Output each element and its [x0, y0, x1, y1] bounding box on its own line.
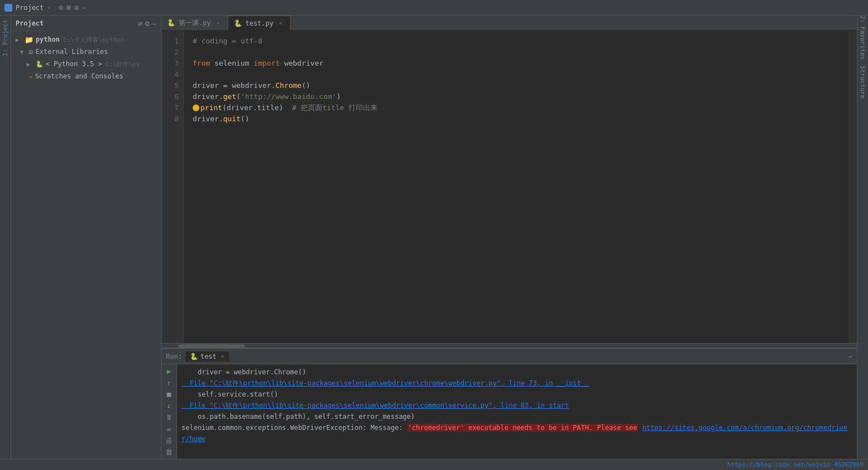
status-link[interactable]: https://blog.csdn.net/weixin_45262969 [727, 461, 864, 468]
title-bar: Project ▾ ⚙ ⊞ ⚙ — [0, 0, 868, 16]
app-icon [4, 4, 12, 12]
breakpoint-indicator [193, 105, 199, 111]
title-arrow[interactable]: ▾ [47, 4, 51, 12]
run-tab-close[interactable]: × [221, 353, 225, 360]
code-content[interactable]: # coding = utf-8 from selenium import we… [184, 31, 849, 343]
sidebar-tab-favorites[interactable]: 2: Favorites [857, 16, 869, 60]
run-down-button[interactable]: ↓ [164, 401, 175, 410]
python35-path: C:\软件\py [105, 60, 140, 68]
output-line-2[interactable]: File "C:\软件\prthon\lib\site-packages\sel… [182, 378, 852, 389]
line-numbers: 1 2 3 4 5 6 7 8 [161, 31, 184, 343]
line-num-4: 4 [161, 69, 183, 80]
project-label: Project [16, 4, 44, 12]
tab-bar: 🐍 第一课.py × 🐍 test.py × [161, 16, 857, 31]
run-wrap-button[interactable]: ⇌ [164, 424, 175, 434]
run-minimize-icon[interactable]: — [849, 353, 852, 360]
panel-controls: ⇄ ⚙ — [138, 19, 156, 27]
line-num-3: 3 [161, 58, 183, 69]
minimize-panel-icon[interactable]: — [152, 19, 156, 27]
library-icon: ⊞ [29, 48, 33, 56]
output-line-4[interactable]: File "C:\软件\prthon\lib\site-packages\sel… [182, 400, 852, 411]
run-tab-icon: 🐍 [190, 353, 198, 360]
run-panel-header: Run: 🐍 test × — [161, 349, 857, 364]
tab-label-2: test.py [246, 19, 274, 27]
run-output: driver = webdriver.Chrome() File "C:\软件\… [177, 364, 857, 459]
tree-item-ext-libs[interactable]: ▼ ⊞ External Libraries [11, 46, 161, 58]
status-bar: https://blog.csdn.net/weixin_45262969 [0, 459, 868, 470]
run-up-button[interactable]: ↑ [164, 378, 175, 388]
tab-py-icon-2: 🐍 [234, 19, 242, 27]
run-toolbar: ▶ ↑ ■ ↓ ⏸ ⇌ 🖨 🗑 [161, 364, 177, 459]
gear-icon-panel[interactable]: ⚙ [145, 19, 149, 27]
expand-arrow: ▶ [16, 37, 22, 43]
run-print-button[interactable]: 🖨 [164, 436, 175, 446]
line-num-2: 2 [161, 47, 183, 58]
vertical-left-tabs: 1: Project [0, 16, 11, 459]
line-num-7: 7 [161, 102, 183, 113]
horizontal-scrollbar[interactable] [161, 343, 857, 348]
code-line-7: print ( driver . title ) # 把页面title 打印出来 [193, 102, 840, 113]
folder-icon: 📁 [24, 36, 33, 44]
code-line-6: driver . get ( 'http://www.baidu.com' ) [193, 91, 840, 102]
run-stop-button[interactable]: ■ [164, 390, 175, 399]
svg-rect-0 [6, 5, 11, 11]
ext-libs-label: External Libraries [36, 48, 108, 56]
line-num-8: 8 [161, 113, 183, 125]
tree-item-scratches[interactable]: ✏ Scratches and Consoles [11, 70, 161, 82]
code-line-5: driver = webdriver . Chrome () [193, 80, 840, 91]
expand-arrow-libs: ▼ [20, 49, 27, 55]
python-folder-path: E:\个人博客\python [63, 36, 124, 44]
tab-close-2[interactable]: × [277, 19, 285, 27]
python-version-icon: 🐍 [36, 61, 43, 68]
code-line-3: from selenium import webdriver [193, 58, 840, 69]
run-label: Run: [166, 353, 182, 360]
tab-first-lesson[interactable]: 🐍 第一课.py × [161, 16, 228, 30]
run-tab-name: test [200, 353, 217, 360]
python-folder-label: python [36, 36, 60, 43]
output-line-3: self.service.start() [182, 389, 852, 400]
sidebar-tab-structure[interactable]: Structure [857, 60, 869, 105]
layout-icon[interactable]: ⊞ [67, 3, 71, 12]
tab-close-1[interactable]: × [214, 19, 222, 27]
code-line-4 [193, 69, 840, 80]
editor-margin [849, 31, 857, 343]
minimize-icon[interactable]: — [82, 3, 86, 12]
line-num-6: 6 [161, 91, 183, 102]
tab-test[interactable]: 🐍 test.py × [228, 16, 291, 30]
error-highlight: 'chromedriver' executable needs to be in… [407, 424, 639, 432]
code-line-2 [193, 47, 840, 58]
line-num-1: 1 [161, 36, 183, 47]
tree-item-python35[interactable]: ▶ 🐍 < Python 3.5 > C:\软件\py [11, 58, 161, 70]
python35-label: < Python 3.5 > [46, 60, 102, 68]
run-pause-button[interactable]: ⏸ [164, 413, 175, 422]
scratch-icon: ✏ [29, 73, 33, 80]
project-panel: Project ⇄ ⚙ — ▶ 📁 python E:\个人博客\python … [11, 16, 161, 459]
line-num-5: 5 [161, 80, 183, 91]
output-line-5: os.path.basename(self.path), self.start_… [182, 411, 852, 422]
run-play-button[interactable]: ▶ [164, 367, 175, 376]
sync-icon[interactable]: ⇄ [138, 19, 143, 27]
code-line-8: driver . quit () [193, 113, 840, 125]
code-line-1: # coding = utf-8 [193, 36, 840, 47]
run-tab-test[interactable]: 🐍 test × [185, 352, 229, 362]
sidebar-tab-project[interactable]: 1: Project [0, 16, 11, 60]
run-content-area: ▶ ↑ ■ ↓ ⏸ ⇌ 🖨 🗑 driver = webdriver.Chrom… [161, 364, 857, 459]
tab-py-icon-1: 🐍 [167, 19, 175, 27]
run-panel-controls: — [849, 353, 852, 360]
output-line-6: selenium.common.exceptions.WebDriverExce… [182, 422, 852, 444]
panel-title: Project [16, 19, 44, 27]
run-panel: Run: 🐍 test × — ▶ ↑ ■ [161, 348, 857, 459]
settings-icon[interactable]: ⚙ [59, 3, 63, 12]
tree-item-python[interactable]: ▶ 📁 python E:\个人博客\python [11, 33, 161, 46]
panel-header: Project ⇄ ⚙ — [11, 16, 161, 31]
file-tree: ▶ 📁 python E:\个人博客\python ▼ ⊞ External L… [11, 31, 161, 459]
tab-label-1: 第一课.py [179, 18, 211, 28]
scratches-label: Scratches and Consoles [35, 72, 124, 80]
output-line-1: driver = webdriver.Chrome() [182, 367, 852, 378]
editor-area: 🐍 第一课.py × 🐍 test.py × 1 2 3 4 5 [161, 16, 857, 459]
expand-arrow-py35: ▶ [27, 61, 33, 67]
run-trash-button[interactable]: 🗑 [164, 447, 175, 457]
right-sidebar: 2: Favorites Structure [857, 16, 868, 459]
gear-icon[interactable]: ⚙ [74, 3, 79, 12]
code-editor: 1 2 3 4 5 6 7 8 # coding = utf-8 [161, 31, 857, 343]
